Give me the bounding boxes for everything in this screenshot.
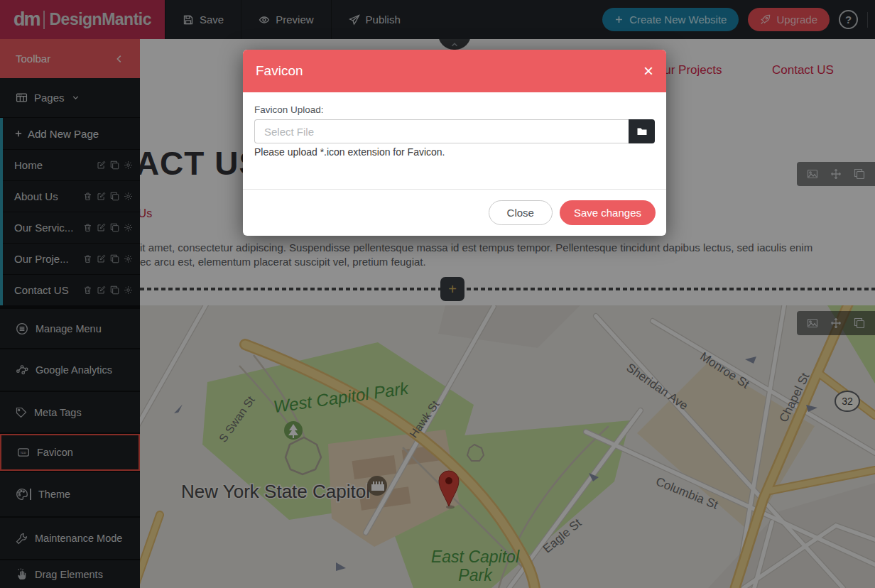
file-input-group	[254, 119, 655, 143]
save-changes-button[interactable]: Save changes	[560, 200, 656, 225]
favicon-modal: Favicon × Favicon Upload: Please upload …	[243, 50, 666, 236]
favicon-modal-body: Favicon Upload: Please upload *.icon ext…	[243, 92, 666, 162]
browse-file-button[interactable]	[629, 119, 655, 143]
modal-title: Favicon	[256, 63, 303, 79]
favicon-upload-label: Favicon Upload:	[254, 104, 655, 115]
upload-note: Please upload *.icon extension for Favic…	[254, 146, 655, 158]
favicon-modal-footer: Close Save changes	[243, 189, 666, 236]
folder-icon	[636, 126, 648, 137]
close-icon[interactable]: ×	[643, 62, 653, 80]
close-button[interactable]: Close	[489, 200, 553, 225]
select-file-input[interactable]	[254, 119, 629, 143]
design-mantic-editor: dm DesignMantic Save Preview Publish Cre…	[0, 0, 875, 588]
favicon-modal-header: Favicon ×	[243, 50, 666, 92]
